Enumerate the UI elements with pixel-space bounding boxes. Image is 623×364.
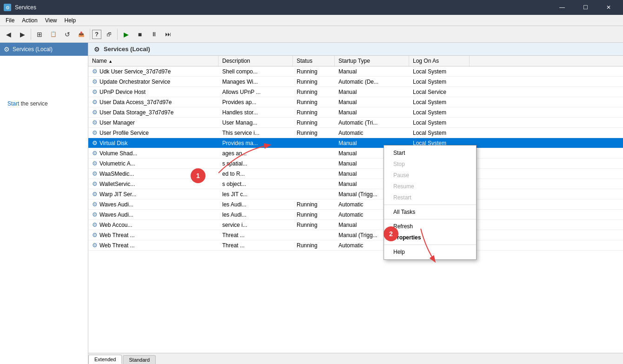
col-header-startup[interactable]: Startup Type <box>335 56 409 66</box>
service-status-cell: Running <box>293 87 335 97</box>
table-row[interactable]: ⚙Volume Shad...ages an...ManualLocal Sys… <box>88 148 623 159</box>
service-icon: ⚙ <box>92 99 98 106</box>
menu-bar: File Action View Help <box>0 15 623 26</box>
context-menu-item-help[interactable]: Help <box>384 246 476 258</box>
minimize-button[interactable]: — <box>551 0 573 15</box>
service-desc-cell: Threat ... <box>219 230 293 240</box>
toolbar-separator-1 <box>31 29 31 40</box>
service-desc-cell: ages an... <box>219 148 293 158</box>
step-button[interactable]: ⏭ <box>161 28 174 41</box>
service-name-cell: ⚙Waves Audi... <box>88 199 219 209</box>
service-name-cell: ⚙Update Orchestrator Service <box>88 77 219 86</box>
table-row[interactable]: ⚙Virtual DiskProvides ma...ManualLocal S… <box>88 138 623 148</box>
table-row[interactable]: ⚙Update Orchestrator ServiceManages Wi..… <box>88 77 623 87</box>
refresh-button[interactable]: ↺ <box>61 28 74 41</box>
service-name-cell: ⚙Virtual Disk <box>88 138 219 148</box>
play-button[interactable]: ▶ <box>119 28 133 41</box>
stop-button[interactable]: ■ <box>133 28 146 41</box>
service-icon: ⚙ <box>92 139 98 146</box>
col-header-status[interactable]: Status <box>293 56 335 66</box>
context-menu-item-pause: Pause <box>384 170 476 181</box>
pause-button[interactable]: ⏸ <box>147 28 160 41</box>
menu-action[interactable]: Action <box>18 16 41 25</box>
tab-extended[interactable]: Extended <box>88 355 122 364</box>
service-desc-cell: les Audi... <box>219 210 293 219</box>
context-menu-item-properties[interactable]: Properties <box>384 232 476 243</box>
service-desc-cell: Handles stor... <box>219 107 293 117</box>
service-desc-cell: service i... <box>219 220 293 230</box>
service-startup-cell: Manual <box>335 97 409 107</box>
context-menu-item-all-tasks[interactable]: All Tasks <box>384 206 476 218</box>
service-desc-cell: Manages Wi... <box>219 77 293 86</box>
service-logon-cell: Local System <box>409 107 470 117</box>
service-icon: ⚙ <box>92 180 98 187</box>
table-row[interactable]: ⚙UPnP Device HostAllows UPnP ...RunningM… <box>88 87 623 97</box>
service-status-cell: Running <box>293 240 335 250</box>
table-row[interactable]: ⚙Waves Audi...les Audi...RunningAutomati… <box>88 199 623 210</box>
table-row[interactable]: ⚙User Data Access_37d7d97eProvides ap...… <box>88 97 623 107</box>
context-menu-item-start[interactable]: Start <box>384 147 476 159</box>
service-desc-cell: This service i... <box>219 128 293 138</box>
table-row[interactable]: ⚙WalletServic...s object...ManualLocal S… <box>88 179 623 189</box>
service-name-cell: ⚙WaaSMedic... <box>88 169 219 179</box>
service-status-cell: Running <box>293 118 335 127</box>
service-desc-cell: les Audi... <box>219 199 293 209</box>
service-desc-cell: Provides ap... <box>219 97 293 107</box>
table-row[interactable]: ⚙Volumetric A...s spatial...ManualLocal … <box>88 159 623 169</box>
table-row[interactable]: ⚙Warp JIT Ser...les JIT c...Manual (Trig… <box>88 189 623 199</box>
start-link[interactable]: Start <box>7 100 19 107</box>
start-text: the service <box>19 100 47 107</box>
help-button[interactable]: ? <box>92 30 101 39</box>
menu-file[interactable]: File <box>2 16 18 25</box>
table-row[interactable]: ⚙User ManagerUser Manag...RunningAutomat… <box>88 118 623 128</box>
service-status-cell <box>293 179 335 189</box>
maximize-button[interactable]: ☐ <box>575 0 596 15</box>
context-menu-item-refresh[interactable]: Refresh <box>384 221 476 232</box>
new-view-button[interactable]: 🗗 <box>102 28 115 41</box>
table-row[interactable]: ⚙User Data Storage_37d7d97eHandles stor.… <box>88 107 623 118</box>
context-menu-separator <box>384 205 476 205</box>
service-status-cell <box>293 148 335 158</box>
bottom-tabs: Extended Standard <box>88 353 623 364</box>
back-button[interactable]: ◀ <box>2 28 15 41</box>
table-row[interactable]: ⚙WaaSMedic...ed to R...ManualLocal Syste… <box>88 169 623 179</box>
service-icon: ⚙ <box>92 68 98 75</box>
close-button[interactable]: ✕ <box>598 0 619 15</box>
table-row[interactable]: ⚙Web Threat ...Threat ...Manual (Trigg..… <box>88 230 623 240</box>
table-row[interactable]: ⚙Web Threat ...Threat ...RunningAutomati… <box>88 240 623 251</box>
service-icon: ⚙ <box>92 150 98 157</box>
service-desc-cell: ed to R... <box>219 169 293 179</box>
service-icon: ⚙ <box>92 119 98 126</box>
favorites[interactable]: 📋 <box>47 28 60 41</box>
service-status-cell <box>293 230 335 240</box>
col-header-name[interactable]: Name ▲ <box>88 56 219 66</box>
services-table[interactable]: Name ▲ Description Status Startup Type L… <box>88 56 623 353</box>
service-status-cell: Running <box>293 77 335 86</box>
table-row[interactable]: ⚙User Profile ServiceThis service i...Ru… <box>88 128 623 138</box>
right-panel: ⚙ Services (Local) Name ▲ Description St… <box>88 43 623 364</box>
col-header-logon[interactable]: Log On As <box>409 56 470 66</box>
tab-standard[interactable]: Standard <box>123 355 156 364</box>
menu-view[interactable]: View <box>41 16 61 25</box>
service-name-cell: ⚙Udk User Service_37d7d97e <box>88 66 219 76</box>
service-startup-cell: Manual <box>335 87 409 97</box>
show-hide-console-tree[interactable]: ⊞ <box>33 28 46 41</box>
export-list-button[interactable]: 📤 <box>75 28 88 41</box>
window-controls: — ☐ ✕ <box>551 0 619 15</box>
service-name-cell: ⚙Web Threat ... <box>88 240 219 250</box>
title-bar: ⚙ Services — ☐ ✕ <box>0 0 623 15</box>
col-header-description[interactable]: Description <box>219 56 293 66</box>
service-status-cell <box>293 189 335 199</box>
service-status-cell: Running <box>293 220 335 230</box>
forward-button[interactable]: ▶ <box>16 28 29 41</box>
menu-help[interactable]: Help <box>61 16 80 25</box>
service-startup-cell: Automatic (Tri... <box>335 118 409 127</box>
context-menu-separator <box>384 245 476 245</box>
right-panel-header: ⚙ Services (Local) <box>88 43 623 56</box>
table-row[interactable]: ⚙Waves Audi...les Audi...RunningAutomati… <box>88 210 623 220</box>
left-panel-icon: ⚙ <box>4 46 10 53</box>
service-icon: ⚙ <box>92 221 98 228</box>
table-row[interactable]: ⚙Web Accou...service i...RunningManualLo… <box>88 220 623 230</box>
service-name-cell: ⚙Web Threat ... <box>88 230 219 240</box>
table-row[interactable]: ⚙Udk User Service_37d7d97eShell compo...… <box>88 66 623 77</box>
